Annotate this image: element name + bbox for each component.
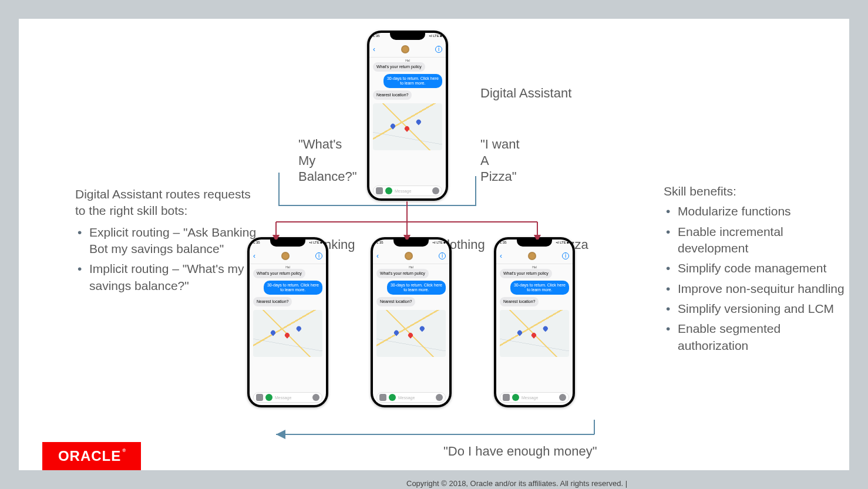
info-icon: i (315, 252, 322, 259)
info-icon: i (435, 46, 442, 53)
avatar-icon (528, 252, 536, 260)
camera-icon (379, 394, 386, 401)
label-bottom-quote: "Do I have enough money" (443, 444, 597, 459)
phone-banking: 1:35•ıl LTE ■ ‹iHal What's your return p… (247, 237, 328, 407)
phone-pizza: 1:35•ıl LTE ■ ‹iHal What's your return p… (494, 237, 575, 407)
label-balance: "What's My Balance?" (298, 136, 357, 185)
bullet-explicit: Explicit routing – "Ask Banking Bot my s… (75, 224, 263, 258)
benefit-6: Enable segmented authorization (664, 321, 852, 354)
info-icon: i (439, 252, 446, 259)
bullet-implicit: Implicit routing – "What's my savings ba… (75, 261, 263, 294)
back-chevron-icon: ‹ (376, 252, 379, 260)
benefit-1: Modularize functions (664, 203, 852, 220)
phone-digital-assistant: 1:35•ıl LTE ■ ‹ i Hal What's your return… (367, 31, 448, 201)
benefit-5: Simplify versioning and LCM (664, 301, 852, 317)
camera-icon (256, 394, 263, 401)
back-chevron-icon: ‹ (253, 252, 255, 260)
right-bullets: Modularize functions Enable incremental … (664, 203, 852, 354)
msg-out-1: 30-days to return. Click here to learn m… (383, 74, 442, 88)
status-signal: •ıl LTE ■ (429, 34, 442, 41)
oracle-logo: ORACLE® (42, 442, 141, 470)
msg-in-2: Nearest location? (373, 90, 412, 100)
map-block (253, 310, 322, 357)
label-pizza-want: "I want A Pizza" (480, 136, 520, 185)
back-chevron-icon: ‹ (500, 252, 502, 260)
msg-in-1: What's your return policy (373, 62, 425, 72)
apps-icon (385, 187, 392, 194)
apps-icon (512, 394, 519, 401)
apps-icon (265, 394, 272, 401)
apps-icon (389, 394, 396, 401)
send-icon (436, 394, 443, 401)
map-block (500, 310, 569, 357)
avatar-icon (405, 252, 413, 260)
camera-icon (376, 187, 383, 194)
benefit-2: Enable incremental development (664, 224, 852, 257)
label-digital-assistant: Digital Assistant (480, 85, 571, 102)
input-bar: Message (373, 186, 442, 196)
benefit-3: Simplify code management (664, 260, 852, 276)
left-bullets: Explicit routing – "Ask Banking Bot my s… (75, 224, 263, 294)
send-icon (432, 187, 439, 194)
input-placeholder: Message (395, 189, 430, 193)
benefit-4: Improve non-sequitur handling (664, 281, 852, 297)
phone-clothing: 1:35•ıl LTE ■ ‹iHal What's your return p… (371, 237, 452, 407)
camera-icon (503, 394, 510, 401)
right-column: Skill benefits: Modularize functions Ena… (664, 183, 852, 358)
left-intro: Digital Assistant routes requests to the… (75, 186, 263, 220)
send-icon (312, 394, 319, 401)
info-icon: i (562, 252, 569, 259)
send-icon (559, 394, 566, 401)
copyright: Copyright © 2018, Oracle and/or its affi… (406, 479, 627, 488)
right-intro: Skill benefits: (664, 183, 852, 200)
left-column: Digital Assistant routes requests to the… (75, 186, 263, 298)
status-time: 1:35 (373, 34, 380, 41)
avatar-icon (401, 45, 409, 53)
avatar-icon (281, 252, 290, 260)
map-block (376, 310, 446, 357)
map-block (373, 103, 442, 150)
back-chevron-icon: ‹ (373, 45, 375, 53)
